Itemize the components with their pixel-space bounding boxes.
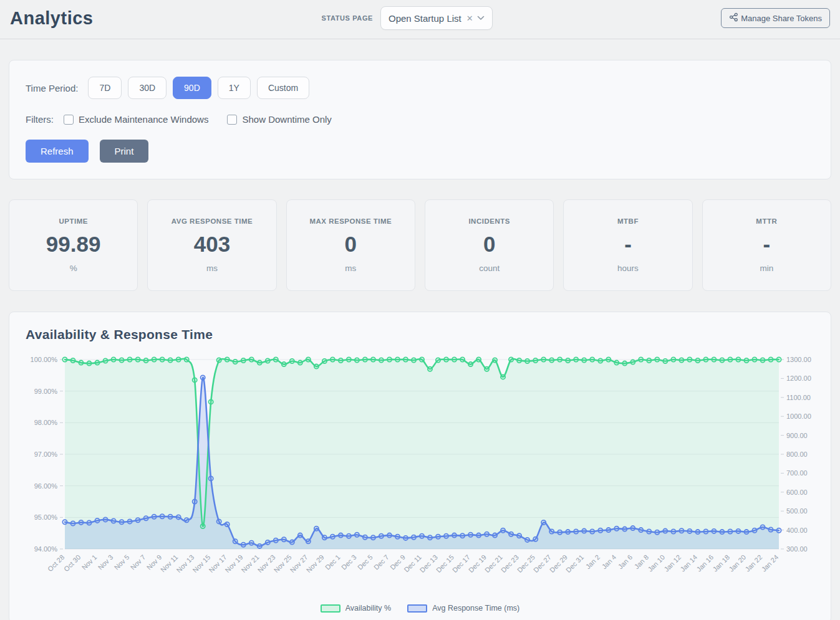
stat-unit: min — [760, 264, 773, 273]
stat-label: UPTIME — [59, 217, 87, 225]
svg-text:99.00%: 99.00% — [34, 388, 58, 395]
chart-title: Availability & Response Time — [26, 327, 814, 342]
manage-share-tokens-label: Manage Share Tokens — [741, 14, 822, 23]
availability-response-chart: 100.00%99.00%98.00%97.00%96.00%95.00%94.… — [26, 346, 813, 615]
actions-row: Refresh Print — [26, 140, 814, 163]
stat-card-avg-response-time: AVG RESPONSE TIME 403 ms — [147, 199, 276, 291]
top-bar: Analytics STATUS PAGE Open Startup List … — [0, 0, 840, 39]
stat-value: 0 — [345, 232, 357, 257]
legend-label: Availability % — [345, 604, 391, 613]
status-page-label: STATUS PAGE — [322, 14, 373, 22]
legend-item[interactable]: Availability % — [321, 604, 391, 613]
stat-unit: count — [479, 264, 500, 273]
stat-value: 0 — [483, 232, 495, 257]
svg-text:300.00: 300.00 — [786, 545, 808, 553]
svg-text:Dec 3: Dec 3 — [340, 553, 358, 571]
exclude-maintenance-label: Exclude Maintenance Windows — [79, 114, 208, 125]
svg-text:Jan 10: Jan 10 — [646, 553, 666, 573]
svg-text:400.00: 400.00 — [786, 527, 808, 534]
stat-card-max-response-time: MAX RESPONSE TIME 0 ms — [286, 199, 415, 291]
svg-text:Oct 28: Oct 28 — [46, 553, 65, 573]
stat-label: MAX RESPONSE TIME — [309, 217, 392, 225]
stat-label: MTTR — [756, 217, 777, 225]
stat-unit: ms — [345, 264, 356, 273]
show-downtime-checkbox[interactable] — [227, 115, 237, 125]
svg-text:Jan 2: Jan 2 — [584, 553, 602, 571]
legend-item[interactable]: Avg Response Time (ms) — [407, 604, 519, 613]
svg-text:1100.00: 1100.00 — [786, 394, 811, 401]
filters-label: Filters: — [26, 114, 54, 125]
exclude-maintenance-group: Exclude Maintenance Windows — [64, 114, 208, 125]
svg-text:Nov 1: Nov 1 — [80, 553, 99, 571]
svg-text:1200.00: 1200.00 — [786, 374, 811, 382]
share-icon — [729, 12, 738, 24]
stats-row: UPTIME 99.89 % AVG RESPONSE TIME 403 ms … — [9, 199, 831, 291]
stat-unit: ms — [206, 264, 218, 273]
svg-text:97.00%: 97.00% — [34, 451, 58, 458]
svg-text:Jan 20: Jan 20 — [728, 553, 748, 573]
status-page-select[interactable]: Open Startup List ✕ — [380, 6, 493, 30]
svg-text:Nov 3: Nov 3 — [97, 553, 115, 571]
svg-text:1300.00: 1300.00 — [786, 356, 811, 363]
time-period-row: Time Period: 7D 30D 90D 1Y Custom — [26, 77, 814, 99]
time-period-label: Time Period: — [26, 83, 78, 93]
svg-text:900.00: 900.00 — [786, 432, 808, 439]
period-button-30d[interactable]: 30D — [128, 77, 167, 99]
svg-text:Jan 4: Jan 4 — [601, 553, 618, 571]
page-title: Analytics — [10, 8, 93, 29]
stat-value: 99.89 — [46, 232, 101, 257]
svg-text:Jan 16: Jan 16 — [695, 553, 715, 573]
svg-text:Nov 29: Nov 29 — [305, 553, 326, 574]
filters-panel: Time Period: 7D 30D 90D 1Y Custom Filter… — [9, 60, 831, 179]
manage-share-tokens-button[interactable]: Manage Share Tokens — [721, 8, 830, 28]
svg-text:Jan 18: Jan 18 — [712, 553, 731, 573]
svg-text:1000.00: 1000.00 — [786, 413, 811, 420]
period-button-7d[interactable]: 7D — [88, 77, 122, 99]
stat-card-mttr: MTTR - min — [702, 199, 831, 291]
svg-text:Nov 5: Nov 5 — [113, 553, 131, 571]
status-page-selector-group: STATUS PAGE Open Startup List ✕ — [93, 6, 721, 30]
stat-card-uptime: UPTIME 99.89 % — [9, 199, 138, 291]
period-button-90d[interactable]: 90D — [173, 77, 211, 99]
svg-text:95.00%: 95.00% — [34, 513, 58, 521]
legend-label: Avg Response Time (ms) — [432, 604, 519, 613]
svg-text:Dec 31: Dec 31 — [564, 553, 585, 574]
print-button[interactable]: Print — [100, 140, 149, 163]
stat-unit: % — [70, 264, 77, 273]
stat-value: 403 — [194, 232, 230, 257]
stat-value: - — [763, 232, 770, 257]
svg-text:Jan 12: Jan 12 — [662, 553, 682, 573]
stat-label: MTBF — [617, 217, 639, 225]
svg-text:Jan 14: Jan 14 — [678, 553, 698, 573]
svg-text:Nov 7: Nov 7 — [129, 553, 147, 571]
svg-text:Jan 22: Jan 22 — [744, 553, 764, 573]
legend-swatch — [321, 604, 340, 613]
svg-text:600.00: 600.00 — [786, 489, 808, 496]
svg-text:500.00: 500.00 — [786, 507, 808, 515]
svg-text:96.00%: 96.00% — [34, 482, 58, 490]
clear-selection-icon[interactable]: ✕ — [466, 14, 473, 23]
period-button-1y[interactable]: 1Y — [218, 77, 251, 99]
svg-text:Jan 6: Jan 6 — [617, 553, 634, 571]
chevron-down-icon — [477, 16, 485, 21]
stat-label: AVG RESPONSE TIME — [171, 217, 253, 225]
stat-label: INCIDENTS — [468, 217, 509, 225]
stat-card-incidents: INCIDENTS 0 count — [425, 199, 554, 291]
svg-text:Dec 5: Dec 5 — [356, 553, 374, 571]
chart-panel: Availability & Response Time 100.00%99.0… — [9, 312, 831, 620]
period-button-custom[interactable]: Custom — [257, 77, 309, 99]
svg-text:98.00%: 98.00% — [34, 419, 58, 426]
exclude-maintenance-checkbox[interactable] — [64, 115, 74, 125]
svg-text:100.00%: 100.00% — [31, 356, 58, 363]
stat-value: - — [624, 232, 632, 257]
svg-text:Dec 1: Dec 1 — [324, 553, 342, 571]
stat-unit: hours — [617, 264, 639, 273]
svg-text:Oct 30: Oct 30 — [62, 553, 82, 573]
refresh-button[interactable]: Refresh — [26, 140, 89, 163]
show-downtime-group: Show Downtime Only — [227, 114, 331, 125]
show-downtime-label: Show Downtime Only — [242, 114, 331, 125]
status-page-selected-value: Open Startup List — [389, 13, 461, 24]
legend-swatch — [407, 604, 427, 613]
svg-text:700.00: 700.00 — [786, 469, 808, 477]
svg-text:Dec 7: Dec 7 — [372, 553, 390, 571]
